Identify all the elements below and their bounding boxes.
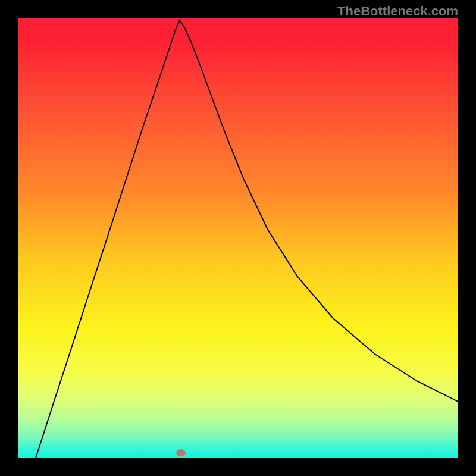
curve-svg: [18, 18, 458, 458]
watermark-text: TheBottleneck.com: [337, 4, 458, 19]
chart-container: TheBottleneck.com: [0, 0, 476, 476]
plot-area: [18, 18, 458, 458]
optimal-marker: [176, 449, 186, 456]
bottleneck-curve: [36, 20, 458, 458]
